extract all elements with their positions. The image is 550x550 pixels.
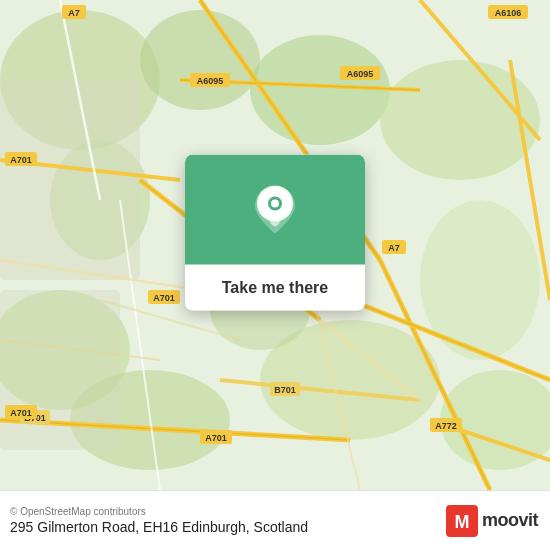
map-container: A7 A701 A6095 A6095 A6106 A7 A701 A772 B… xyxy=(0,0,550,490)
svg-text:A701: A701 xyxy=(153,293,175,303)
address-text: 295 Gilmerton Road, EH16 Edinburgh, Scot… xyxy=(10,519,308,535)
svg-rect-12 xyxy=(0,80,140,280)
svg-point-3 xyxy=(250,35,390,145)
footer: © OpenStreetMap contributors 295 Gilmert… xyxy=(0,490,550,550)
svg-text:A7: A7 xyxy=(388,243,400,253)
location-pin-icon xyxy=(255,186,295,234)
svg-text:A772: A772 xyxy=(435,421,457,431)
svg-text:M: M xyxy=(454,512,469,532)
card-map-preview xyxy=(185,155,365,265)
location-card: Take me there xyxy=(185,155,365,311)
copyright-text: © OpenStreetMap contributors xyxy=(10,506,308,517)
svg-text:A6095: A6095 xyxy=(197,76,224,86)
svg-text:B701: B701 xyxy=(274,385,296,395)
take-me-there-button[interactable]: Take me there xyxy=(185,265,365,311)
svg-text:A701: A701 xyxy=(205,433,227,443)
moovit-brand-text: moovit xyxy=(482,510,538,531)
moovit-logo: M moovit xyxy=(446,505,538,537)
svg-text:A701: A701 xyxy=(10,155,32,165)
svg-text:A6095: A6095 xyxy=(347,69,374,79)
moovit-brand-icon: M xyxy=(446,505,478,537)
svg-point-4 xyxy=(380,60,540,180)
svg-point-68 xyxy=(271,200,279,208)
footer-info: © OpenStreetMap contributors 295 Gilmert… xyxy=(10,506,308,535)
svg-text:A7: A7 xyxy=(68,8,80,18)
svg-text:A6106: A6106 xyxy=(495,8,522,18)
svg-text:A701: A701 xyxy=(10,408,32,418)
